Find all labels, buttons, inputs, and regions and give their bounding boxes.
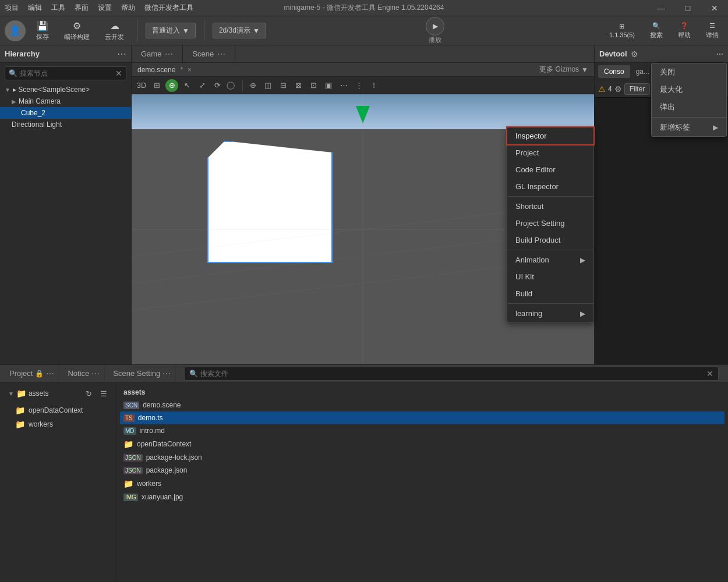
tab-more-icon[interactable]: ⋯ — [46, 369, 54, 378]
hierarchy-more-button[interactable]: ⋯ — [117, 48, 126, 59]
gizmos-button[interactable]: 更多 Gizmos ▼ — [539, 65, 588, 74]
tool-snap[interactable]: ⊕ — [246, 79, 259, 92]
menu-item-animation[interactable]: Animation ▶ — [507, 251, 593, 268]
menu-item-project[interactable]: 项目 — [5, 3, 19, 13]
menu-item-build-product[interactable]: Build Product — [507, 232, 593, 249]
settings-icon[interactable]: ⚙ — [614, 84, 622, 94]
maximize-button[interactable]: □ — [674, 0, 701, 16]
file-search-input[interactable] — [200, 370, 704, 378]
help-button[interactable]: ❓ 帮助 — [673, 20, 695, 42]
warning-icon: ⚠ — [598, 84, 606, 94]
cloud-icon: ☁ — [110, 20, 119, 31]
tab-notice[interactable]: Notice ⋯ — [63, 365, 105, 382]
close-button[interactable]: ✕ — [701, 0, 728, 16]
tool-move[interactable]: ↖ — [181, 79, 193, 92]
menu-item-settings[interactable]: 设置 — [98, 3, 112, 13]
tab-scene[interactable]: Scene ⋯ — [183, 45, 235, 63]
tree-item-assets[interactable]: ▼ 📁 assets — [6, 387, 51, 400]
devtool-dropdown-menu: 关闭 最大化 弹出 新增标签 ▶ — [651, 63, 727, 137]
mode-dropdown[interactable]: 普通进入 ▼ — [146, 23, 196, 38]
tool-3d[interactable]: 3D — [135, 79, 148, 92]
tool-more2[interactable]: ⊠ — [292, 79, 305, 92]
menu-item-shortcut[interactable]: Shortcut — [507, 198, 593, 215]
tree-item-scene[interactable]: ▼ ▸ Scene<SampleScene> — [0, 84, 131, 95]
tool-rotate[interactable]: ⊕ — [165, 79, 178, 92]
file-item-open-data-context[interactable]: 📁 openDataContext — [120, 437, 725, 451]
tool-r1[interactable]: ⟳ — [211, 79, 224, 92]
menu-item-build[interactable]: Build — [507, 285, 593, 302]
menu-item-interface[interactable]: 界面 — [75, 3, 89, 13]
cloud-button[interactable]: ☁ 云开发 — [100, 18, 129, 44]
menu-item-inspector[interactable]: Inspector — [507, 127, 593, 144]
tool-r2[interactable]: ⃝ — [226, 79, 239, 92]
menu-item-learning[interactable]: learning ▶ — [507, 305, 593, 322]
tab-more-icon[interactable]: ⋯ — [91, 369, 100, 378]
submenu-arrow-icon: ▶ — [580, 256, 585, 264]
filter-button[interactable]: Filter — [624, 83, 651, 95]
file-item-package-json[interactable]: JSON package.json — [120, 464, 725, 477]
menu-item-help[interactable]: 帮助 — [121, 3, 135, 13]
file-item-intro-md[interactable]: MD intro.md — [120, 424, 725, 437]
tab-project[interactable]: Project 🔒 ⋯ — [5, 365, 59, 382]
tree-item-main-camera[interactable]: ▶ Main Camera — [0, 95, 131, 107]
tree-item-cube2[interactable]: Cube_2 — [0, 107, 131, 119]
menu-item-project-setting[interactable]: Project Setting — [507, 215, 593, 232]
file-item-demo-scene[interactable]: SCN demo.scene — [120, 399, 725, 411]
menu-item-maximize[interactable]: 最大化 — [652, 81, 726, 98]
tool-grid[interactable]: ⊞ — [150, 79, 163, 92]
tree-item-directional-light[interactable]: Directional Light — [0, 119, 131, 130]
tab-more-icon[interactable]: ⋯ — [165, 49, 173, 59]
tool-more7[interactable]: ⁞ — [367, 79, 380, 92]
tool-more3[interactable]: ⊡ — [307, 79, 320, 92]
menu-item-add-tab[interactable]: 新增标签 ▶ — [652, 119, 726, 136]
menu-item-close[interactable]: 关闭 — [652, 63, 726, 81]
save-button[interactable]: 💾 保存 — [31, 18, 54, 44]
tab-more-icon[interactable]: ⋯ — [217, 49, 225, 59]
menu-item-wechat[interactable]: 微信开发者工具 — [144, 3, 193, 13]
menu-item-code-editor[interactable]: Code Editor — [507, 161, 593, 178]
play-button[interactable]: ▶ — [426, 17, 444, 36]
file-tree-item-open-data-context[interactable]: 📁 openDataContext — [3, 403, 112, 417]
devtool-tab-console[interactable]: Conso — [598, 65, 630, 78]
menu-item-project[interactable]: Project — [507, 144, 593, 161]
tool-scale[interactable]: ⤢ — [196, 79, 208, 92]
file-tree-panel: ▼ 📁 assets ↻ ☰ 📁 openDataContext 📁 worke… — [0, 382, 116, 582]
refresh-button[interactable]: ↻ — [82, 387, 95, 400]
tool-more5[interactable]: ⋯ — [337, 79, 350, 92]
submenu-arrow-icon: ▶ — [580, 310, 585, 318]
menu-item-gl-inspector[interactable]: GL Inspector — [507, 178, 593, 195]
list-button[interactable]: ☰ — [97, 387, 110, 400]
tool-align[interactable]: ◫ — [261, 79, 274, 92]
expand-icon: ▶ — [12, 98, 16, 105]
file-item-demo-ts[interactable]: TS demo.ts — [120, 411, 725, 424]
main-panel-menu: Inspector Project Code Editor GL Inspect… — [507, 127, 594, 322]
devtool-settings-icon[interactable]: ⚙ — [631, 49, 638, 59]
tab-game[interactable]: Game ⋯ — [132, 45, 183, 63]
file-tree-item-workers[interactable]: 📁 workers — [3, 417, 112, 431]
tab-scene-setting[interactable]: Scene Setting ⋯ — [108, 365, 176, 382]
search-button[interactable]: 🔍 搜索 — [645, 20, 667, 42]
file-item-package-lock-json[interactable]: JSON package-lock.json — [120, 451, 725, 464]
compile-button[interactable]: ⚙ 编译构建 — [59, 18, 94, 44]
view-dropdown[interactable]: 2d/3d演示 ▼ — [213, 23, 266, 38]
file-item-workers[interactable]: 📁 workers — [120, 477, 725, 491]
clear-search-icon[interactable]: ✕ — [115, 69, 122, 78]
lock-icon[interactable]: 🔒 — [35, 370, 44, 378]
hierarchy-title: Hierarchy — [5, 49, 40, 58]
hierarchy-search-input[interactable] — [20, 69, 113, 77]
menu-item-edit[interactable]: 编辑 — [28, 3, 42, 13]
preview-button[interactable]: ⊞ 1.1.35(5) — [605, 20, 639, 41]
menu-item-popup[interactable]: 弹出 — [652, 98, 726, 116]
detail-button[interactable]: ☰ 详情 — [701, 20, 723, 42]
file-item-xuanyuan-jpg[interactable]: IMG xuanyuan.jpg — [120, 491, 725, 503]
menu-item-tools[interactable]: 工具 — [51, 3, 65, 13]
scene-file-close-icon[interactable]: × — [188, 66, 192, 74]
tool-more1[interactable]: ⊟ — [277, 79, 289, 92]
tab-more-icon[interactable]: ⋯ — [162, 369, 171, 378]
devtool-more-button[interactable]: ⋯ — [716, 50, 723, 58]
menu-item-ui-kit[interactable]: UI Kit — [507, 268, 593, 285]
clear-search-icon[interactable]: ✕ — [706, 369, 713, 378]
tool-more6[interactable]: ⋮ — [352, 79, 365, 92]
tool-more4[interactable]: ▣ — [322, 79, 335, 92]
minimize-button[interactable]: — — [648, 0, 674, 16]
